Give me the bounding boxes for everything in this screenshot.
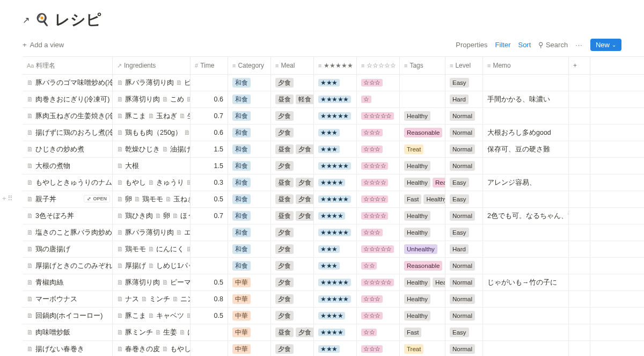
star-cell[interactable]: ★★★: [314, 241, 357, 257]
star-empty-cell[interactable]: ☆☆☆☆: [357, 208, 400, 224]
col-star5[interactable]: ≡★★★★★: [314, 57, 357, 74]
ingredients-cell[interactable]: 🗎乾燥ひじき 🗎油揚げ: [113, 141, 191, 157]
ingredients-cell[interactable]: 🗎豚バラ薄切り肉 🗎エリン: [113, 224, 191, 241]
category-cell[interactable]: 和食: [228, 158, 271, 174]
star-cell[interactable]: ★★★: [314, 125, 357, 141]
ingredient-link[interactable]: 🗎鶏ひき肉: [117, 212, 153, 221]
name-cell[interactable]: 🗎厚揚げときのこのみぞれあんかけ: [23, 258, 113, 274]
memo-cell[interactable]: 保存可、豆の硬さ難: [483, 141, 569, 157]
meal-cell[interactable]: 昼食 夕食: [271, 141, 314, 157]
time-cell[interactable]: 1.5: [191, 141, 228, 157]
table-row[interactable]: 🗎マーボウナス🗎ナス 🗎ミンチ 🗎ニンニ0.8中華夕食★★★★★☆☆☆Healt…: [23, 291, 644, 308]
table-row[interactable]: 🗎肉味噌炒飯🗎豚ミンチ 🗎生姜 🗎にん中華昼食 夕食★★★★☆☆FastEasy: [23, 324, 644, 341]
name-cell[interactable]: 🗎青椒肉絲: [23, 274, 113, 290]
level-cell[interactable]: Normal: [445, 158, 483, 174]
tags-cell[interactable]: Healthy: [400, 208, 445, 224]
star-empty-cell[interactable]: ☆: [357, 91, 400, 107]
tags-cell[interactable]: Healthy: [400, 224, 445, 241]
ingredients-cell[interactable]: 🗎鶏ひき肉 🗎卵 🗎ほうれ: [113, 208, 191, 224]
ingredients-cell[interactable]: 🗎豚バラ薄切り肉 🗎ピーマ: [113, 75, 191, 91]
add-row-icon[interactable]: +: [2, 194, 6, 202]
star-empty-cell[interactable]: ☆☆☆☆: [357, 158, 400, 174]
page-emoji-icon[interactable]: 🍳: [35, 13, 49, 27]
meal-cell[interactable]: 夕食: [271, 341, 314, 356]
time-cell[interactable]: [191, 241, 228, 257]
memo-cell[interactable]: [483, 258, 569, 274]
memo-cell[interactable]: [483, 324, 569, 340]
meal-cell[interactable]: 夕食: [271, 224, 314, 241]
star-cell[interactable]: ★★★: [314, 75, 357, 91]
ingredient-link[interactable]: 🗎豚こま: [117, 311, 146, 321]
star-cell[interactable]: ★★★★: [314, 308, 357, 324]
ingredients-cell[interactable]: 🗎卵 🗎鶏モモ 🗎玉ねぎ123: [113, 191, 191, 207]
category-cell[interactable]: 和食: [228, 108, 271, 124]
ingredient-link[interactable]: 🗎春巻きの皮: [117, 345, 160, 354]
level-cell[interactable]: Normal: [445, 125, 483, 141]
time-cell[interactable]: 0.5: [191, 274, 228, 290]
level-cell[interactable]: Normal: [445, 274, 483, 290]
table-row[interactable]: 🗎3色そぼろ丼🗎鶏ひき肉 🗎卵 🗎ほうれ0.7和食昼食 夕食★★★★☆☆☆☆He…: [23, 208, 644, 224]
level-cell[interactable]: Easy: [445, 75, 483, 91]
level-cell[interactable]: Normal: [445, 141, 483, 157]
category-cell[interactable]: 和食: [228, 75, 271, 91]
ingredient-link[interactable]: 🗎油揚げ: [162, 145, 191, 154]
name-cell[interactable]: 🗎豚肉玉ねぎの生姜焼き(冷凍可): [23, 108, 113, 124]
ingredient-link[interactable]: 🗎もやし: [117, 178, 146, 187]
table-row[interactable]: 🗎ひじきの炒め煮🗎乾燥ひじき 🗎油揚げ1.5和食昼食 夕食★★★☆☆☆Treat…: [23, 141, 644, 158]
ingredient-link[interactable]: 🗎きゅうり: [148, 178, 184, 187]
meal-cell[interactable]: 昼食 夕食: [271, 324, 314, 340]
tags-cell[interactable]: Healthy: [400, 108, 445, 124]
ingredients-cell[interactable]: 🗎豚薄切り肉 🗎こめ 🗎こ: [113, 91, 191, 107]
open-button[interactable]: ⤢OPEN: [84, 195, 110, 202]
tags-cell[interactable]: Healthy: [400, 158, 445, 174]
tags-cell[interactable]: Fast: [400, 324, 445, 340]
star-empty-cell[interactable]: ☆☆☆: [357, 308, 400, 324]
category-cell[interactable]: 和食: [228, 258, 271, 274]
meal-cell[interactable]: 夕食: [271, 308, 314, 324]
name-cell[interactable]: 🗎ひじきの炒め煮: [23, 141, 113, 157]
memo-cell[interactable]: アレンジ容易、: [483, 175, 569, 191]
ingredient-link[interactable]: 🗎乾燥ひじき: [117, 145, 160, 154]
meal-cell[interactable]: 夕食: [271, 291, 314, 307]
col-memo[interactable]: ≡Memo: [483, 57, 569, 74]
level-cell[interactable]: Normal: [445, 108, 483, 124]
level-cell[interactable]: Easy: [445, 175, 483, 191]
table-row[interactable]: 🗎揚げない春巻き🗎春巻きの皮 🗎もやし中華夕食★★★☆☆☆TreatNormal: [23, 341, 644, 356]
star-empty-cell[interactable]: ☆☆☆: [357, 291, 400, 307]
time-cell[interactable]: [191, 75, 228, 91]
star-cell[interactable]: ★★★★: [314, 208, 357, 224]
name-cell[interactable]: 🗎マーボウナス: [23, 291, 113, 307]
ingredient-link[interactable]: 🗎にん: [179, 328, 191, 337]
table-row[interactable]: 🗎鶏の唐揚げ🗎鶏モモ 🗎にんにく 🗎生和食夕食★★★☆☆☆☆☆Unhealthy…: [23, 241, 644, 258]
meal-cell[interactable]: 夕食: [271, 125, 314, 141]
ingredients-cell[interactable]: 🗎鶏もも肉（250g） 🗎大: [113, 125, 191, 141]
ingredient-link[interactable]: 🗎豚バラ薄切り肉: [117, 228, 174, 237]
table-row[interactable]: 🗎回鍋肉(ホイコーロー)🗎豚こま 🗎キャベツ 🗎ピ0.5中華夕食★★★★☆☆☆H…: [23, 308, 644, 324]
level-cell[interactable]: Easy: [445, 224, 483, 241]
level-cell[interactable]: Normal: [445, 291, 483, 307]
category-cell[interactable]: 中華: [228, 341, 271, 356]
ingredient-link[interactable]: 🗎厚揚げ: [117, 261, 146, 271]
time-cell[interactable]: 0.7: [191, 108, 228, 124]
meal-cell[interactable]: 昼食 軽食: [271, 91, 314, 107]
name-cell[interactable]: 🗎揚げずに鶏のおろし煮(冷凍可): [23, 125, 113, 141]
star-cell[interactable]: ★★★★★: [314, 224, 357, 241]
ingredients-cell[interactable]: 🗎豚こま 🗎キャベツ 🗎ピ: [113, 308, 191, 324]
tags-cell[interactable]: Healthy: [400, 291, 445, 307]
star-empty-cell[interactable]: ☆☆☆: [357, 141, 400, 157]
table-row[interactable]: 🗎青椒肉絲🗎豚薄切り肉 🗎ピーマン0.5中華夕食★★★★★☆☆☆☆☆Health…: [23, 274, 644, 291]
ingredient-link[interactable]: 🗎ニンニ: [172, 295, 191, 304]
sort-button[interactable]: Sort: [518, 41, 531, 49]
memo-cell[interactable]: [483, 108, 569, 124]
properties-button[interactable]: Properties: [456, 41, 487, 49]
level-cell[interactable]: Normal: [445, 208, 483, 224]
memo-cell[interactable]: [483, 308, 569, 324]
category-cell[interactable]: 和食: [228, 125, 271, 141]
memo-cell[interactable]: じゃがいも→竹の子に: [483, 274, 569, 290]
star-empty-cell[interactable]: ☆☆☆: [357, 75, 400, 91]
meal-cell[interactable]: 夕食: [271, 75, 314, 91]
meal-cell[interactable]: 夕食: [271, 158, 314, 174]
col-tags[interactable]: ≡Tags: [400, 57, 445, 74]
star-empty-cell[interactable]: ☆☆☆☆☆: [357, 274, 400, 290]
ingredient-link[interactable]: 🗎卵: [155, 212, 170, 221]
